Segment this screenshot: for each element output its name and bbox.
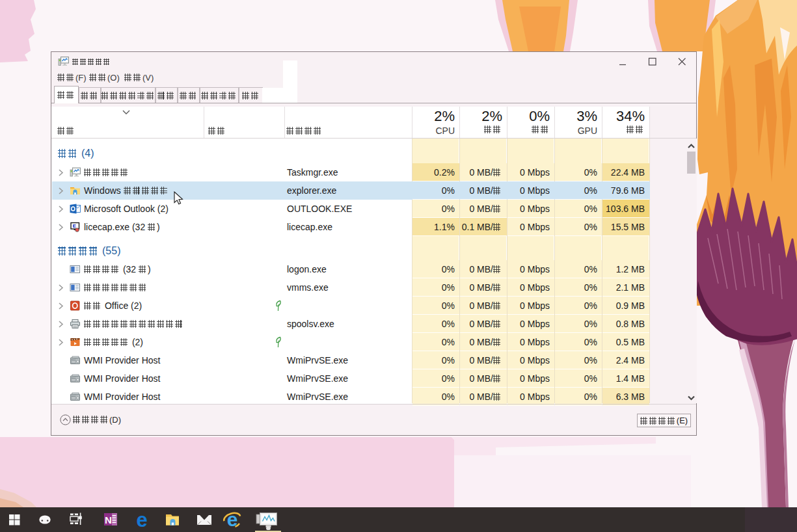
svg-text:N: N xyxy=(105,514,112,525)
svg-text:e: e xyxy=(136,509,147,531)
